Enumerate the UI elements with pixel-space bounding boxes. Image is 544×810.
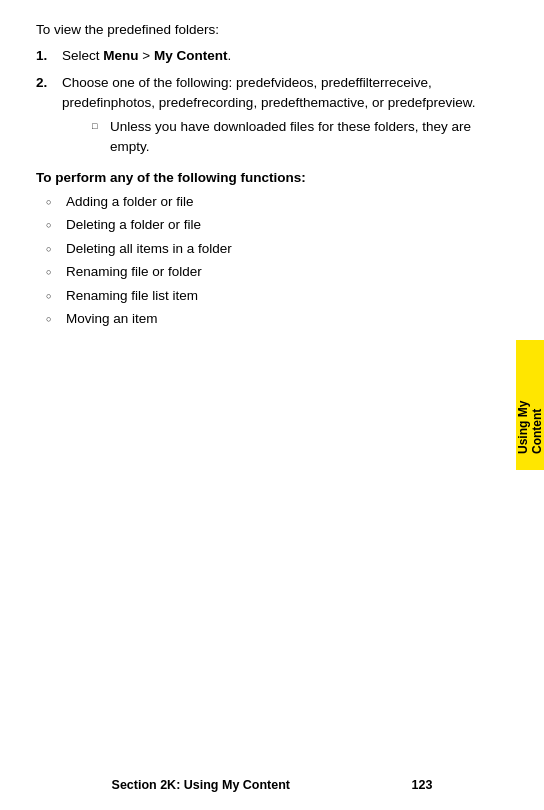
side-tab-label: Using My Content (516, 356, 544, 454)
sub-bullet-list: Unless you have downloaded files for the… (62, 117, 508, 158)
function-item-6: Moving an item (46, 308, 508, 330)
footer-section: Section 2K: Using My Content (112, 778, 290, 792)
step-2-content: Choose one of the following: predefvideo… (62, 73, 508, 160)
function-item-2: Deleting a folder or file (46, 214, 508, 236)
functions-list: Adding a folder or file Deleting a folde… (36, 191, 508, 331)
function-item-4-text: Renaming file or folder (66, 261, 202, 283)
step-1-mycontent: My Content (154, 48, 228, 63)
step-2-text: Choose one of the following: predefvideo… (62, 75, 476, 110)
function-item-5-text: Renaming file list item (66, 285, 198, 307)
function-item-1-text: Adding a folder or file (66, 191, 194, 213)
intro-title-text: To view the predefined folders: (36, 22, 219, 37)
function-item-6-text: Moving an item (66, 308, 158, 330)
step-1-content: Select Menu > My Content. (62, 46, 508, 66)
step-1: 1. Select Menu > My Content. (36, 46, 508, 66)
page-container: To view the predefined folders: 1. Selec… (0, 0, 544, 810)
step-1-num: 1. (36, 46, 58, 66)
step-2: 2. Choose one of the following: predefvi… (36, 73, 508, 160)
function-item-1: Adding a folder or file (46, 191, 508, 213)
sub-bullet-item: Unless you have downloaded files for the… (92, 117, 508, 158)
functions-title: To perform any of the following function… (36, 170, 508, 185)
sub-bullet-text: Unless you have downloaded files for the… (110, 117, 508, 158)
function-item-2-text: Deleting a folder or file (66, 214, 201, 236)
function-item-5: Renaming file list item (46, 285, 508, 307)
footer-page: 123 (412, 778, 433, 792)
function-item-3: Deleting all items in a folder (46, 238, 508, 260)
steps-list: 1. Select Menu > My Content. 2. Choose o… (36, 46, 508, 159)
intro-title: To view the predefined folders: (36, 20, 508, 40)
step-2-num: 2. (36, 73, 58, 93)
side-tab: Using My Content (516, 340, 544, 470)
function-item-3-text: Deleting all items in a folder (66, 238, 232, 260)
footer: Section 2K: Using My Content 123 (0, 778, 544, 792)
function-item-4: Renaming file or folder (46, 261, 508, 283)
step-1-menu: Menu (103, 48, 138, 63)
